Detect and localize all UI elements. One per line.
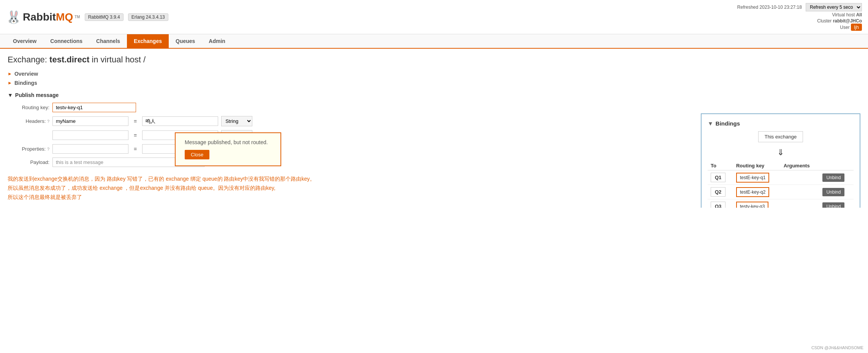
routing-key-cell: testv-key-q3 [733, 199, 781, 208]
rabbit-version: RabbitMQ 3.9.4 [85, 13, 124, 21]
routing-key-value: testE-key-q1 [736, 173, 769, 183]
to-cell: Q1 [708, 170, 733, 185]
headers-eq: = [131, 118, 139, 124]
bottom-explanation: 我的发送到exchange交换机的消息，因为 路由key 写错了，已有的 exc… [8, 175, 350, 202]
col-routing-key: Routing key [733, 161, 781, 170]
properties-label: Properties: ? [8, 146, 49, 152]
explanation-line2: 所以虽然消息发布成功了，成功发送给 exchange ，但是exchange 并… [8, 184, 350, 193]
unbind-button[interactable]: Unbind [822, 173, 844, 182]
this-exchange-container: This exchange [708, 131, 854, 145]
properties-eq: = [131, 146, 139, 152]
nav-overview[interactable]: Overview [6, 34, 43, 48]
nav-channels[interactable]: Channels [89, 34, 127, 48]
bindings-panel: ▼ Bindings This exchange ⇓ To Routing ke… [701, 113, 860, 208]
headers-value-input[interactable] [142, 116, 218, 126]
queue-name: Q2 [711, 187, 725, 197]
page-title: Exchange: test.direct in virtual host / [8, 55, 860, 65]
headers-label: Headers: ? [8, 118, 49, 124]
cluster-row: Cluster rabbit@JHCo [737, 18, 862, 24]
headers-type-select[interactable]: String Number Boolean [221, 116, 252, 126]
to-cell: Q3 [708, 199, 733, 208]
explanation-line1: 我的发送到exchange交换机的消息，因为 路由key 写错了，已有的 exc… [8, 175, 350, 184]
user-badge: ljh [851, 24, 862, 31]
close-button[interactable]: Close [185, 150, 209, 159]
main-content: Exchange: test.direct in virtual host / … [0, 49, 868, 208]
logo-area: 🐰 RabbitMQ TM RabbitMQ 3.9.4 Erlang 24.3… [6, 10, 168, 24]
col-arguments: Arguments [781, 161, 819, 170]
overview-section-label: Overview [14, 71, 38, 77]
rabbit-icon: 🐰 [6, 10, 21, 24]
top-bar: 🐰 RabbitMQ TM RabbitMQ 3.9.4 Erlang 24.3… [0, 0, 868, 34]
col-to: To [708, 161, 733, 170]
logo-text: RabbitMQ [23, 11, 73, 23]
overview-section-header[interactable]: ► Overview [8, 71, 860, 77]
unbind-cell[interactable]: Unbind [819, 185, 854, 199]
payload-label: Payload: [8, 159, 49, 165]
headers-key-input[interactable] [52, 116, 128, 126]
headers-eq-2: = [131, 132, 139, 138]
arguments-cell [781, 199, 819, 208]
overview-arrow: ► [8, 71, 12, 76]
notification-message: Message published, but not routed. [185, 139, 271, 145]
notification-box: Message published, but not routed. Close [175, 132, 281, 166]
unbind-cell[interactable]: Unbind [819, 199, 854, 208]
headers-key-input-2[interactable] [52, 130, 128, 140]
routing-key-value: testE-key-q2 [736, 187, 769, 197]
user-row: User ljh [737, 24, 862, 30]
properties-question: ? [47, 147, 49, 151]
publish-label: Publish message [15, 92, 59, 98]
routing-key-value: testv-key-q3 [736, 202, 768, 208]
down-arrow: ⇓ [708, 148, 854, 157]
unbind-button[interactable]: Unbind [822, 202, 844, 208]
bindings-panel-tri: ▼ [708, 120, 713, 127]
top-right-info: Refreshed 2023-10-10 23:27:18 Refresh ev… [737, 3, 862, 31]
table-row: Q1 testE-key-q1 Unbind [708, 170, 854, 185]
queue-name: Q1 [711, 173, 725, 182]
routing-key-label: Routing key: [8, 105, 49, 110]
bindings-section-label: Bindings [14, 80, 37, 86]
nav-queues[interactable]: Queues [169, 34, 202, 48]
this-exchange-box: This exchange [758, 131, 803, 142]
erlang-version: Erlang 24.3.4.13 [128, 13, 168, 21]
routing-key-cell: testE-key-q2 [733, 185, 781, 199]
properties-key-input[interactable] [52, 144, 128, 154]
col-action [819, 161, 854, 170]
refresh-select[interactable]: Refresh every 5 seco [806, 3, 862, 11]
table-row: Q3 testv-key-q3 Unbind [708, 199, 854, 208]
bindings-panel-title: ▼ Bindings [708, 120, 854, 127]
trademark: TM [74, 15, 80, 19]
explanation-line3: 所以这个消息最终就是被丢弃了 [8, 193, 350, 202]
arguments-cell [781, 185, 819, 199]
headers-question: ? [47, 119, 49, 124]
unbind-cell[interactable]: Unbind [819, 170, 854, 185]
bindings-section-header[interactable]: ► Bindings [8, 80, 860, 86]
publish-title: ▼ Publish message [8, 92, 860, 98]
bindings-arrow: ► [8, 80, 12, 86]
table-row: Q2 testE-key-q2 Unbind [708, 185, 854, 199]
logo: 🐰 RabbitMQ TM [6, 10, 80, 24]
queue-name: Q3 [711, 202, 725, 208]
to-cell: Q2 [708, 185, 733, 199]
nav-bar: Overview Connections Channels Exchanges … [0, 34, 868, 49]
publish-arrow: ▼ [8, 92, 13, 98]
unbind-button[interactable]: Unbind [822, 188, 844, 196]
routing-key-cell: testE-key-q1 [733, 170, 781, 185]
arguments-cell [781, 170, 819, 185]
virtual-host-row: Virtual host All [737, 12, 862, 17]
routing-key-row: Routing key: [8, 103, 860, 112]
nav-admin[interactable]: Admin [202, 34, 232, 48]
refreshed-time: Refreshed 2023-10-10 23:27:18 Refresh ev… [737, 3, 862, 11]
bindings-table: To Routing key Arguments Q1 testE-key-q1… [708, 161, 854, 208]
nav-exchanges[interactable]: Exchanges [127, 34, 169, 48]
routing-key-input[interactable] [52, 103, 136, 112]
nav-connections[interactable]: Connections [43, 34, 89, 48]
